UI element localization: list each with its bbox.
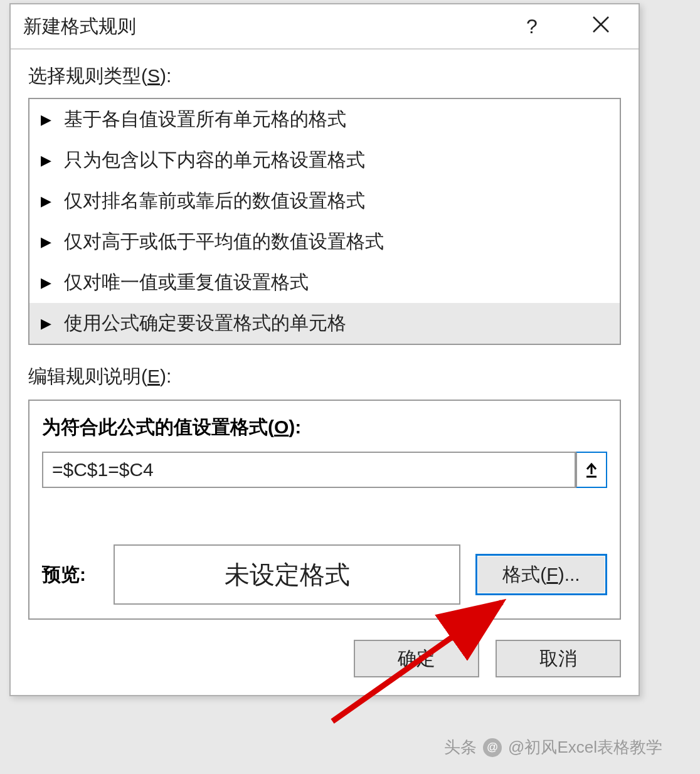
rule-type-item[interactable]: ▶ 仅对唯一值或重复值设置格式 — [29, 262, 620, 303]
formula-title: 为符合此公式的值设置格式(O): — [42, 415, 607, 440]
bullet-icon: ▶ — [41, 112, 51, 128]
new-formatting-rule-dialog: 新建格式规则 ? 选择规则类型(S): ▶ 基于各自值设置所有单元格的格式 ▶ … — [9, 3, 640, 696]
rule-type-text: 仅对唯一值或重复值设置格式 — [64, 270, 309, 295]
rule-type-item[interactable]: ▶ 基于各自值设置所有单元格的格式 — [29, 99, 620, 140]
watermark-prefix: 头条 — [444, 736, 477, 758]
bullet-icon: ▶ — [41, 152, 51, 169]
watermark-icon: @ — [483, 738, 502, 757]
rule-type-text: 仅对高于或低于平均值的数值设置格式 — [64, 229, 384, 255]
bullet-icon: ▶ — [41, 315, 51, 332]
rule-type-list: ▶ 基于各自值设置所有单元格的格式 ▶ 只为包含以下内容的单元格设置格式 ▶ 仅… — [28, 98, 621, 345]
close-button[interactable] — [576, 15, 626, 38]
collapse-dialog-icon — [585, 462, 598, 478]
formula-input[interactable] — [42, 452, 576, 488]
cancel-button[interactable]: 取消 — [496, 640, 621, 677]
rule-type-text: 基于各自值设置所有单元格的格式 — [64, 107, 346, 132]
dialog-footer: 确定 取消 — [11, 626, 639, 695]
watermark: 头条 @ @初风Excel表格教学 — [444, 736, 662, 758]
formula-row — [42, 452, 607, 488]
edit-rule-section: 为符合此公式的值设置格式(O): 预览: 未设定格式 — [28, 400, 621, 620]
watermark-text: @初风Excel表格教学 — [508, 736, 662, 758]
rule-type-text: 只为包含以下内容的单元格设置格式 — [64, 147, 365, 173]
rule-type-text: 使用公式确定要设置格式的单元格 — [64, 310, 346, 336]
titlebar: 新建格式规则 ? — [11, 4, 639, 50]
dialog-title: 新建格式规则 — [23, 14, 513, 40]
preview-row: 预览: 未设定格式 格式(F)... — [42, 544, 607, 605]
bullet-icon: ▶ — [41, 193, 51, 209]
preview-label: 预览: — [42, 562, 98, 588]
bullet-icon: ▶ — [41, 275, 51, 291]
bullet-icon: ▶ — [41, 234, 51, 250]
help-button[interactable]: ? — [513, 15, 551, 38]
rule-type-text: 仅对排名靠前或靠后的数值设置格式 — [64, 188, 365, 214]
ok-button[interactable]: 确定 — [354, 640, 479, 677]
rule-type-item[interactable]: ▶ 只为包含以下内容的单元格设置格式 — [29, 140, 620, 181]
rule-type-item-selected[interactable]: ▶ 使用公式确定要设置格式的单元格 — [29, 303, 620, 344]
edit-rule-label: 编辑规则说明(E): — [28, 364, 621, 390]
preview-box: 未设定格式 — [114, 544, 460, 605]
range-selector-button[interactable] — [576, 452, 607, 488]
rule-type-item[interactable]: ▶ 仅对排名靠前或靠后的数值设置格式 — [29, 181, 620, 221]
format-button[interactable]: 格式(F)... — [475, 554, 607, 595]
preview-text: 未设定格式 — [225, 558, 350, 592]
close-icon — [591, 15, 610, 34]
dialog-body: 选择规则类型(S): ▶ 基于各自值设置所有单元格的格式 ▶ 只为包含以下内容的… — [11, 50, 639, 626]
rule-type-item[interactable]: ▶ 仅对高于或低于平均值的数值设置格式 — [29, 221, 620, 262]
rule-type-label: 选择规则类型(S): — [28, 63, 621, 89]
